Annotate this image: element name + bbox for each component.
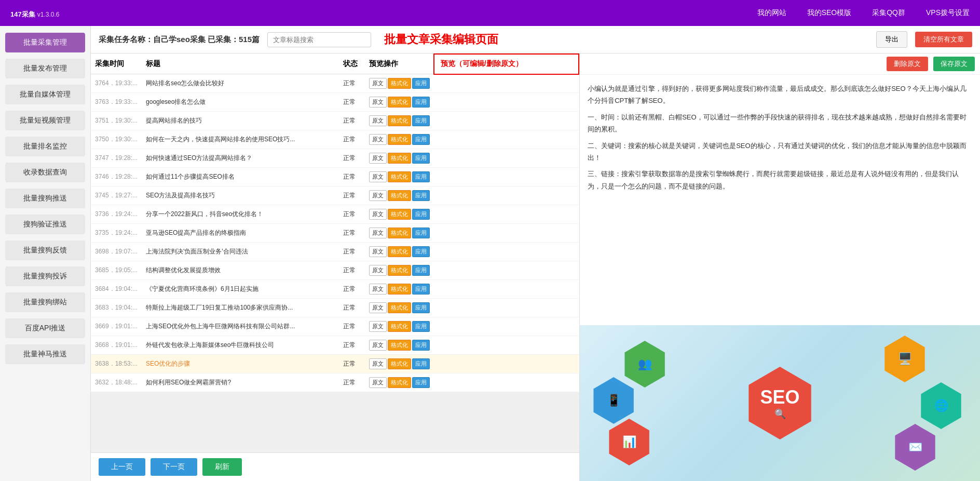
- prev-page-button[interactable]: 上一页: [99, 458, 145, 476]
- cell-status: 正常: [339, 317, 365, 336]
- nav-vps[interactable]: VPS拨号设置: [926, 8, 970, 18]
- btn-geshi-1[interactable]: 格式化: [388, 97, 411, 108]
- seo-search-icon: 🔍: [774, 408, 786, 420]
- cell-title: 亚马逊SEO提高产品排名的终极指南: [142, 224, 339, 243]
- btn-yuan-4[interactable]: 原文: [369, 153, 387, 164]
- btn-yingying-2[interactable]: 应用: [412, 115, 430, 126]
- cell-preview-empty: [434, 373, 579, 392]
- btn-yuan-8[interactable]: 原文: [369, 228, 387, 238]
- btn-yuan-3[interactable]: 原文: [369, 134, 387, 145]
- cell-time: 3698．19:07:...: [91, 243, 142, 261]
- btn-geshi-9[interactable]: 格式化: [388, 246, 411, 257]
- cell-title: 网站排名seo怎么做会比较好: [142, 74, 339, 93]
- btn-yuan-6[interactable]: 原文: [369, 190, 387, 201]
- btn-yuan-1[interactable]: 原文: [369, 97, 387, 108]
- cell-title: 如何快速通过SEO方法提高网站排名？: [142, 149, 339, 168]
- sidebar-item-record-query[interactable]: 收录数据查询: [5, 163, 85, 182]
- btn-yingying-16[interactable]: 应用: [412, 377, 430, 388]
- btn-yingying-1[interactable]: 应用: [412, 97, 430, 108]
- table-row: 3685．19:05:... 结构调整优化发展提质增效 正常 原文 格式化 应用: [91, 261, 579, 280]
- save-original-button[interactable]: 保存原文: [933, 57, 975, 71]
- btn-yingying-15[interactable]: 应用: [412, 358, 430, 369]
- nav-mysite[interactable]: 我的网站: [757, 8, 786, 18]
- btn-geshi-5[interactable]: 格式化: [388, 171, 411, 182]
- btn-geshi-11[interactable]: 格式化: [388, 284, 411, 295]
- btn-geshi-2[interactable]: 格式化: [388, 115, 411, 126]
- btn-geshi-16[interactable]: 格式化: [388, 377, 411, 388]
- sidebar-item-batch-rank[interactable]: 批量排名监控: [5, 137, 85, 156]
- btn-yuan-11[interactable]: 原文: [369, 284, 387, 295]
- btn-yingying-3[interactable]: 应用: [412, 134, 430, 145]
- btn-yuan-7[interactable]: 原文: [369, 209, 387, 220]
- btn-geshi-12[interactable]: 格式化: [388, 302, 411, 313]
- delete-original-button[interactable]: 删除原文: [887, 57, 928, 71]
- preview-content[interactable]: 小编认为就是通过引擎，得到好的，获得更多网站度我们称作流量，最后成成交。那么到底…: [580, 75, 980, 325]
- btn-yuan-10[interactable]: 原文: [369, 265, 387, 276]
- btn-yingying-4[interactable]: 应用: [412, 153, 430, 164]
- btn-geshi-3[interactable]: 格式化: [388, 134, 411, 145]
- sidebar-item-shenma-push[interactable]: 批量神马推送: [5, 344, 85, 364]
- nav-qq-group[interactable]: 采集QQ群: [872, 8, 905, 18]
- cell-preview-empty: [434, 93, 579, 112]
- cell-status: 正常: [339, 299, 365, 317]
- sidebar-item-batch-publish[interactable]: 批量发布管理: [5, 59, 85, 78]
- btn-yuan-9[interactable]: 原文: [369, 246, 387, 257]
- sidebar-item-batch-shortvideo[interactable]: 批量短视频管理: [5, 111, 85, 130]
- col-time: 采集时间: [91, 54, 142, 74]
- sidebar-item-sogou-complaint[interactable]: 批量搜狗投诉: [5, 266, 85, 286]
- next-page-button[interactable]: 下一页: [151, 458, 197, 476]
- btn-geshi-13[interactable]: 格式化: [388, 321, 411, 332]
- refresh-button[interactable]: 刷新: [202, 458, 242, 476]
- cell-preview-empty: [434, 74, 579, 93]
- nav-seo-template[interactable]: 我的SEO模版: [807, 8, 852, 18]
- export-button[interactable]: 导出: [876, 31, 907, 48]
- btn-geshi-15[interactable]: 格式化: [388, 358, 411, 369]
- btn-yuan-12[interactable]: 原文: [369, 302, 387, 313]
- btn-geshi-8[interactable]: 格式化: [388, 228, 411, 238]
- btn-yingying-6[interactable]: 应用: [412, 190, 430, 201]
- cell-time: 3764．19:33:...: [91, 74, 142, 93]
- btn-geshi-0[interactable]: 格式化: [388, 78, 411, 89]
- bottom-bar: 上一页 下一页 刷新: [91, 452, 579, 481]
- table-row: 3750．19:30:... 如何在一天之内，快速提高网站排名的使用SEO技巧.…: [91, 130, 579, 149]
- table-wrapper: 采集时间 标题 状态 预览操作 预览（可编辑/删除原文） 3764．19:33:…: [91, 54, 579, 452]
- table-row: 3669．19:01:... 上海SEO优化外包上海牛巨微网络科技有限公司站群.…: [91, 317, 579, 336]
- sidebar-item-batch-selfmedia[interactable]: 批量自媒体管理: [5, 85, 85, 104]
- btn-yingying-11[interactable]: 应用: [412, 284, 430, 295]
- sidebar-item-sogou-bind[interactable]: 批量搜狗绑站: [5, 292, 85, 312]
- header: 147采集v1.3.0.6 我的网站 我的SEO模版 采集QQ群 VPS拨号设置: [0, 0, 980, 26]
- btn-yingying-10[interactable]: 应用: [412, 265, 430, 276]
- sidebar-item-sogou-feedback[interactable]: 批量搜狗反馈: [5, 240, 85, 260]
- sidebar-item-batch-collect[interactable]: 批量采集管理: [5, 33, 85, 52]
- btn-geshi-4[interactable]: 格式化: [388, 153, 411, 164]
- btn-yuan-14[interactable]: 原文: [369, 340, 387, 351]
- btn-yingying-8[interactable]: 应用: [412, 228, 430, 238]
- btn-geshi-7[interactable]: 格式化: [388, 209, 411, 220]
- cell-preview-empty: [434, 261, 579, 280]
- btn-yuan-16[interactable]: 原文: [369, 377, 387, 388]
- btn-yingying-9[interactable]: 应用: [412, 246, 430, 257]
- clear-all-button[interactable]: 清空所有文章: [915, 32, 972, 47]
- btn-yingying-14[interactable]: 应用: [412, 340, 430, 351]
- sidebar-item-sogou-verify[interactable]: 搜狗验证推送: [5, 215, 85, 234]
- btn-yingying-13[interactable]: 应用: [412, 321, 430, 332]
- search-input[interactable]: [267, 32, 371, 47]
- cell-status: 正常: [339, 355, 365, 373]
- btn-yuan-2[interactable]: 原文: [369, 115, 387, 126]
- btn-geshi-14[interactable]: 格式化: [388, 340, 411, 351]
- cell-title: 上海SEO优化外包上海牛巨微网络科技有限公司站群...: [142, 317, 339, 336]
- btn-geshi-10[interactable]: 格式化: [388, 265, 411, 276]
- btn-yingying-7[interactable]: 应用: [412, 209, 430, 220]
- sidebar-item-sogou-push[interactable]: 批量搜狗推送: [5, 189, 85, 208]
- col-preview-header[interactable]: 预览（可编辑/删除原文）: [434, 54, 579, 74]
- btn-yingying-0[interactable]: 应用: [412, 78, 430, 89]
- btn-yuan-0[interactable]: 原文: [369, 78, 387, 89]
- btn-yuan-5[interactable]: 原文: [369, 171, 387, 182]
- btn-yingying-12[interactable]: 应用: [412, 302, 430, 313]
- btn-yuan-15[interactable]: 原文: [369, 358, 387, 369]
- btn-yuan-13[interactable]: 原文: [369, 321, 387, 332]
- sidebar-item-baidu-api[interactable]: 百度API推送: [5, 318, 85, 338]
- btn-yingying-5[interactable]: 应用: [412, 171, 430, 182]
- btn-geshi-6[interactable]: 格式化: [388, 190, 411, 201]
- cell-status: 正常: [339, 336, 365, 355]
